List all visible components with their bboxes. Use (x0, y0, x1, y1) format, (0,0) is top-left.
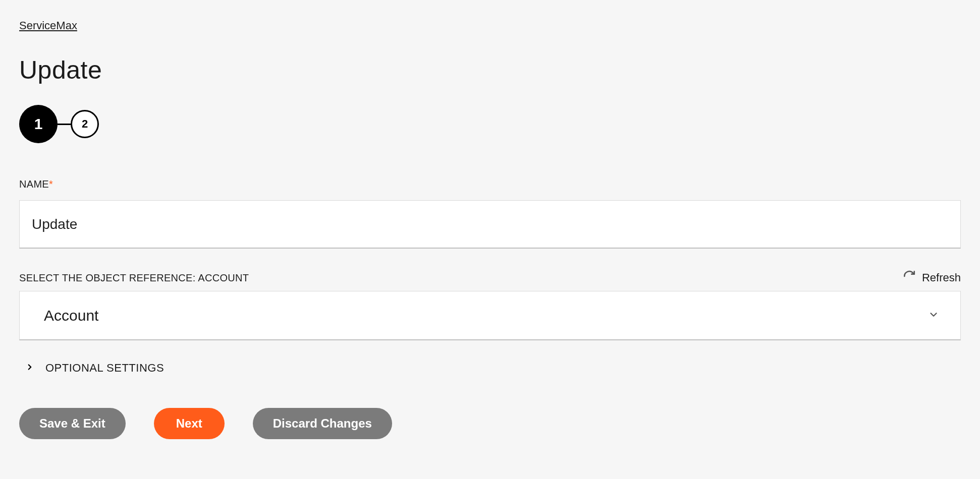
refresh-label: Refresh (922, 271, 961, 284)
wizard-step-2[interactable]: 2 (71, 110, 99, 138)
optional-settings-label: OPTIONAL SETTINGS (45, 362, 164, 375)
chevron-right-icon (25, 363, 34, 374)
object-reference-select[interactable]: Account (19, 291, 961, 340)
required-asterisk: * (49, 178, 53, 190)
action-button-row: Save & Exit Next Discard Changes (19, 408, 961, 439)
wizard-step-1[interactable]: 1 (19, 105, 58, 143)
discard-changes-button[interactable]: Discard Changes (253, 408, 392, 439)
chevron-down-icon (928, 309, 939, 322)
wizard-step-connector (58, 124, 71, 125)
name-label: NAME* (19, 178, 961, 190)
optional-settings-toggle[interactable]: OPTIONAL SETTINGS (25, 362, 961, 375)
refresh-icon (903, 270, 916, 286)
name-label-text: NAME (19, 178, 49, 190)
object-reference-field-block: SELECT THE OBJECT REFERENCE: ACCOUNT Ref… (19, 270, 961, 340)
object-reference-selected-value: Account (44, 307, 98, 324)
save-and-exit-button[interactable]: Save & Exit (19, 408, 126, 439)
name-input[interactable] (19, 200, 961, 249)
next-button[interactable]: Next (154, 408, 225, 439)
breadcrumb[interactable]: ServiceMax (19, 19, 77, 32)
wizard-stepper: 1 2 (19, 105, 961, 143)
page-title: Update (19, 55, 961, 85)
object-reference-label: SELECT THE OBJECT REFERENCE: ACCOUNT (19, 272, 249, 284)
refresh-button[interactable]: Refresh (903, 270, 961, 286)
name-field-block: NAME* (19, 178, 961, 249)
